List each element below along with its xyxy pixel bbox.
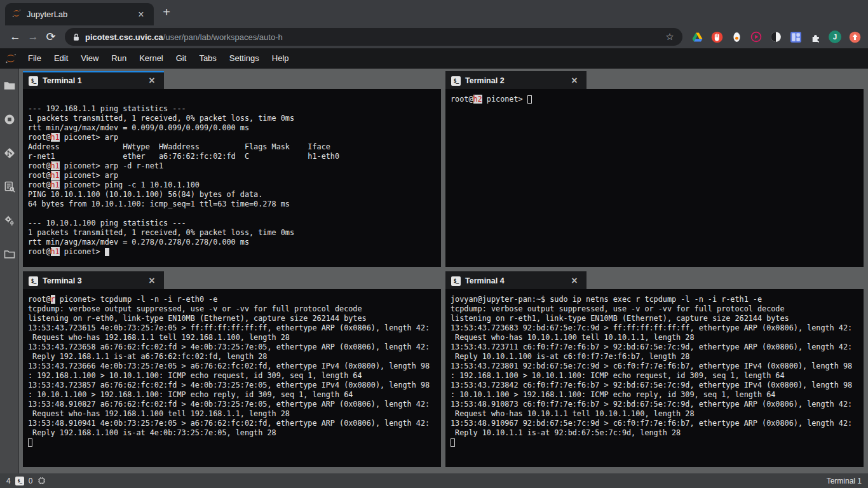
reload-icon[interactable] [42,28,60,46]
terminal-4-tab[interactable]: Terminal 4 [445,271,587,289]
terminal-count: 4 [6,477,11,485]
back-icon[interactable] [6,28,24,46]
extensions-row: J [688,30,862,44]
current-widget-label: Terminal 1 [827,477,862,485]
terminal-2-output[interactable]: root@h2 piconet> [445,89,864,267]
menu-kernel[interactable]: Kernel [133,48,170,69]
terminal-1-panel: Terminal 1 --- 192.168.1.1 ping statisti… [23,71,441,267]
toc-search-icon[interactable] [3,180,17,194]
browser-tab-title: JupyterLab [27,10,130,19]
terminal-4-close-icon[interactable] [568,274,581,287]
terminal-1-tabbar: Terminal 1 [23,71,441,89]
tab-close-icon[interactable] [135,8,147,21]
jupyterlab-menubar: File Edit View Run Kernel Git Tabs Setti… [0,48,868,69]
lock-icon [72,33,80,41]
jupyter-favicon [11,8,22,20]
menu-view[interactable]: View [74,48,105,69]
video-play-icon[interactable] [749,30,763,44]
terminal-icon [29,76,38,86]
bookmark-star-icon[interactable] [663,30,676,43]
terminal-4-tab-title: Terminal 4 [465,276,505,285]
settings-gears-icon[interactable] [3,214,17,227]
terminal-3-tab-title: Terminal 3 [43,276,82,285]
tab-grid-icon[interactable] [789,30,803,44]
google-drive-icon[interactable] [690,30,704,44]
url-domain: picotest.csc.uvic.ca [85,32,163,42]
menu-run[interactable]: Run [105,48,133,69]
menu-settings[interactable]: Settings [223,48,266,69]
new-tab-button[interactable] [160,6,173,18]
terminal-icon [451,276,461,286]
terminal-2-close-icon[interactable] [568,74,581,87]
git-icon[interactable] [3,146,17,160]
url-path: /user/pan/lab/workspaces/auto-h [163,32,663,42]
timer-oval-icon[interactable] [729,30,743,44]
main-area: Terminal 1 --- 192.168.1.1 ping statisti… [0,69,868,473]
terminal-3-tab[interactable]: Terminal 3 [23,271,164,289]
running-sessions-icon[interactable] [3,112,17,126]
left-sidebar [0,69,19,473]
browser-tabstrip: JupyterLab [0,0,868,25]
adblock-icon[interactable] [710,30,724,44]
terminal-3-tabbar: Terminal 3 [23,271,441,289]
menu-tabs[interactable]: Tabs [193,48,222,69]
terminal-2-tabbar: Terminal 2 [445,71,864,89]
dock-panel: Terminal 1 --- 192.168.1.1 ping statisti… [19,69,868,473]
jupyter-logo [0,52,22,65]
menu-file[interactable]: File [22,48,48,69]
menu-edit[interactable]: Edit [48,48,74,69]
terminal-2-panel: Terminal 2 root@h2 piconet> [445,71,864,267]
terminal-3-output[interactable]: root@r piconet> tcpdump -l -n -i r-eth0 … [23,289,441,467]
terminal-4-panel: Terminal 4 jovyan@jupyter-pan:~$ sudo ip… [445,271,864,467]
terminal-3-panel: Terminal 3 root@r piconet> tcpdump -l -n… [23,271,441,467]
file-browser-icon[interactable] [3,79,17,93]
kernel-count: 0 [29,477,33,485]
terminal-3-close-icon[interactable] [146,274,158,287]
kernel-chip-icon[interactable] [37,476,46,485]
dark-reader-icon[interactable] [769,30,783,44]
terminal-2-tab-title: Terminal 2 [465,76,505,85]
terminal-4-output[interactable]: jovyan@jupyter-pan:~$ sudo ip netns exec… [445,289,864,467]
extensions-puzzle-icon[interactable] [808,30,822,44]
update-arrow-icon[interactable] [848,30,862,44]
terminal-4-tabbar: Terminal 4 [445,271,864,289]
url-bar[interactable]: picotest.csc.uvic.ca /user/pan/lab/works… [65,28,682,46]
menu-help[interactable]: Help [266,48,295,69]
profile-initial: J [829,30,841,43]
terminal-2-tab[interactable]: Terminal 2 [445,71,587,89]
terminal-1-close-icon[interactable] [146,74,158,87]
browser-toolbar: picotest.csc.uvic.ca /user/pan/lab/works… [0,25,868,48]
menu-git[interactable]: Git [170,48,193,69]
terminal-1-tab-title: Terminal 1 [43,76,82,85]
terminal-icon [451,76,461,86]
terminal-1-output[interactable]: --- 192.168.1.1 ping statistics ---1 pac… [23,89,441,267]
terminal-status-icon[interactable] [15,477,24,485]
terminal-1-tab[interactable]: Terminal 1 [23,71,164,89]
workspaces-icon[interactable] [3,247,17,261]
status-bar: 4 0 Terminal 1 [0,473,868,488]
browser-tab[interactable]: JupyterLab [5,3,154,25]
profile-avatar[interactable]: J [828,30,842,44]
terminal-icon [29,276,38,286]
forward-icon [24,28,42,46]
